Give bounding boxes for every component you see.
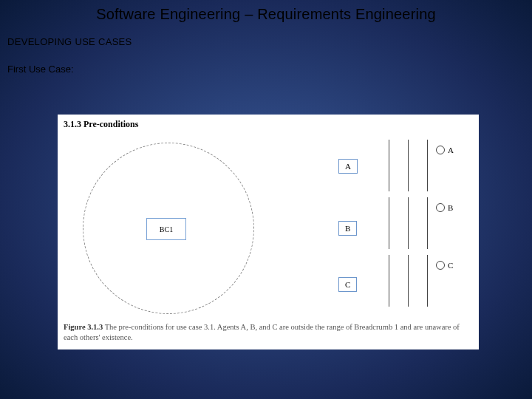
- agent-label-c: C: [448, 261, 453, 270]
- node-box-a: A: [338, 159, 358, 174]
- breadcrumb-node: BC1: [146, 218, 186, 240]
- agent-circle-icon: [436, 203, 445, 212]
- figure-heading: 3.1.3 Pre-conditions: [58, 115, 479, 130]
- agent-label-b: B: [448, 203, 453, 212]
- slide-title: Software Engineering – Requirements Engi…: [0, 0, 532, 23]
- node-box-c: C: [338, 277, 357, 292]
- caption-text: The pre-conditions for use case 3.1. Age…: [64, 323, 460, 342]
- figure-caption: Figure 3.1.3 The pre-conditions for use …: [64, 322, 473, 344]
- caption-lead: Figure 3.1.3: [64, 323, 103, 331]
- subheading: First Use Case:: [0, 47, 532, 75]
- agent-marker-b: B: [436, 203, 453, 212]
- figure-panel: 3.1.3 Pre-conditions BC1 A B C A B C Fig…: [58, 115, 479, 349]
- diagram-area: BC1 A B C A B C: [58, 132, 479, 317]
- agent-marker-c: C: [436, 261, 453, 270]
- agent-circle-icon: [436, 146, 445, 154]
- agent-label-a: A: [448, 146, 454, 154]
- agent-circle-icon: [436, 261, 445, 270]
- node-box-b: B: [338, 221, 357, 236]
- agent-marker-a: A: [436, 146, 454, 154]
- section-heading: DEVELOPING USE CASES: [0, 23, 532, 47]
